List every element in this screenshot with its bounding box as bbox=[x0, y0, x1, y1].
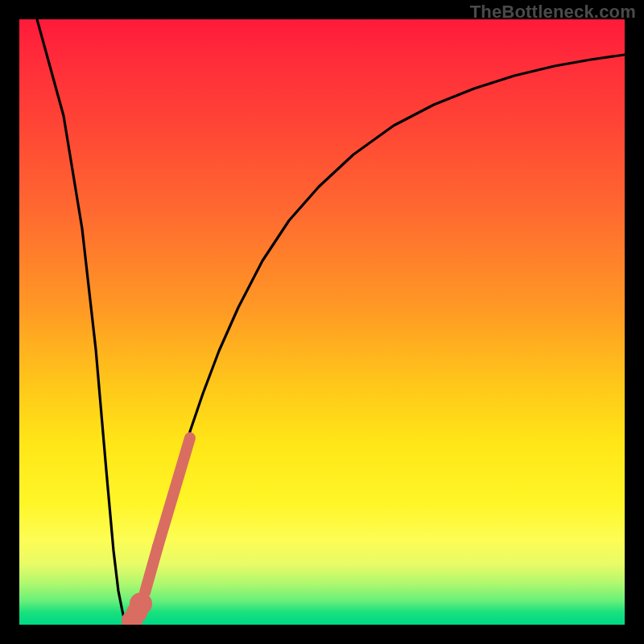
svg-line-3 bbox=[145, 547, 158, 592]
watermark-text: TheBottleneck.com bbox=[470, 2, 636, 23]
plot-area bbox=[19, 19, 625, 625]
svg-point-2 bbox=[135, 598, 147, 609]
bottleneck-curve bbox=[37, 19, 625, 624]
highlighted-range bbox=[127, 438, 190, 625]
chart-frame: TheBottleneck.com bbox=[0, 0, 644, 644]
svg-line-4 bbox=[158, 438, 190, 547]
curve-layer bbox=[19, 19, 625, 625]
